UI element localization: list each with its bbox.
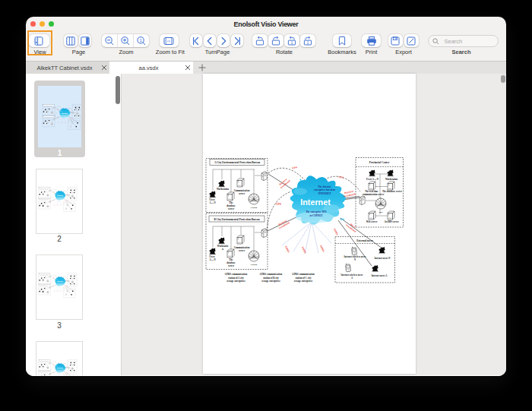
svg-text:1: 1 <box>139 37 142 42</box>
svg-text:B City Environmental Protectio: B City Environmental Protection Bureau <box>214 218 259 221</box>
svg-text:Workstation: Workstation <box>385 178 397 181</box>
svg-text:station of B city: station of B city <box>263 277 279 280</box>
svg-text:The enterprise APN: The enterprise APN <box>306 210 327 213</box>
svg-text:server: server <box>228 264 235 267</box>
svg-text:sewage enterprises: sewage enterprises <box>294 280 313 283</box>
svg-text:1: 1 <box>290 40 293 44</box>
svg-text:Internet users N: Internet users N <box>375 257 391 260</box>
svg-text:station of A city: station of A city <box>228 277 244 280</box>
svg-text:Web server: Web server <box>366 220 378 223</box>
svg-text:server: server <box>239 192 245 195</box>
svg-text:GIS: GIS <box>379 210 383 213</box>
svg-text:VPN: VPN <box>276 203 282 206</box>
svg-text:GPRS: GPRS <box>319 245 325 252</box>
svg-text:A..., N: A..., N <box>210 258 217 261</box>
svg-text:GPRS communication: GPRS communication <box>260 273 283 276</box>
svg-text:The Internet: The Internet <box>318 185 331 188</box>
svg-text:GPRS: GPRS <box>333 228 339 236</box>
svg-text:GPRS: GPRS <box>284 245 290 253</box>
svg-text:Internet users A: Internet users A <box>372 274 388 277</box>
svg-text:GPRS communication: GPRS communication <box>292 273 315 276</box>
svg-text:station of C city: station of C city <box>296 277 312 280</box>
svg-text:n: n <box>222 248 223 251</box>
svg-text:sewage enterprises: sewage enterprises <box>226 280 245 283</box>
svg-text:A: A <box>351 277 353 280</box>
svg-text:A..., N: A..., N <box>210 201 217 204</box>
svg-text:Web: Web <box>340 218 344 221</box>
svg-text:Provincial Center: Provincial Center <box>369 161 390 164</box>
svg-text:Workstation: Workstation <box>217 188 229 191</box>
svg-text:Internet: Internet <box>300 198 331 207</box>
svg-text:enterprises based on: enterprises based on <box>314 188 335 191</box>
svg-text:Users A..., N: Users A..., N <box>366 178 379 181</box>
svg-text:INTERNET: INTERNET <box>318 192 332 195</box>
svg-text:Switch: Switch <box>251 206 258 209</box>
svg-text:1: 1 <box>306 40 309 44</box>
svg-text:server: server <box>228 207 235 210</box>
svg-text:ArcIMS server: ArcIMS server <box>384 220 399 223</box>
svg-text:The database server: The database server <box>382 190 402 193</box>
svg-text:Switch: Switch <box>251 263 258 266</box>
svg-text:External users: External users <box>356 239 373 242</box>
svg-text:A City Environmental Protectio: A City Environmental Protection Bureau <box>214 161 260 164</box>
svg-text:VPN: VPN <box>292 166 298 170</box>
svg-text:communication server: communication server <box>363 193 385 196</box>
svg-text:VPN: VPN <box>338 175 344 179</box>
svg-text:or CNPNET: or CNPNET <box>310 214 324 217</box>
svg-text:sewage enterprises: sewage enterprises <box>261 280 280 283</box>
svg-text:N: N <box>354 258 356 261</box>
svg-text:GPRS communication: GPRS communication <box>225 273 248 276</box>
svg-text:server: server <box>239 249 245 252</box>
